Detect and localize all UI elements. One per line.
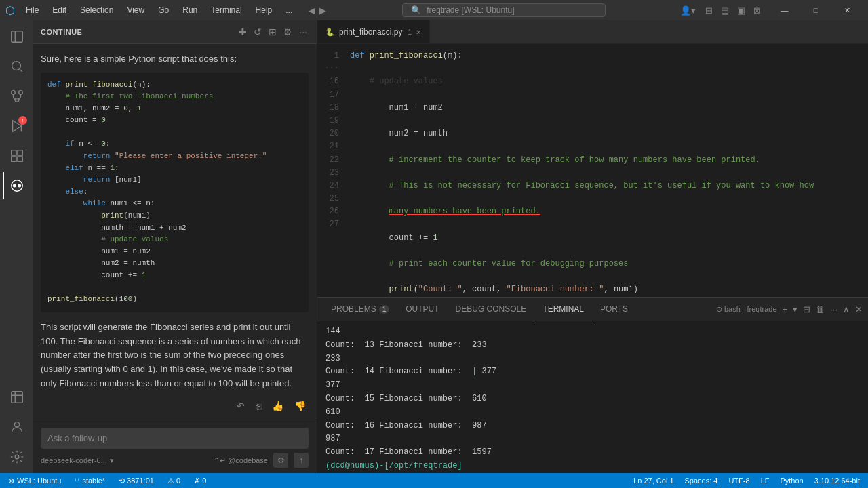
status-spaces[interactable]: Spaces: 4 — [682, 476, 721, 485]
sidebar-item-remote[interactable] — [3, 384, 30, 411]
svg-point-1 — [12, 62, 21, 70]
menu-view[interactable]: View — [121, 4, 150, 16]
nav-back[interactable]: ◀ — [309, 5, 315, 16]
tab-print-fibonacci[interactable]: 🐍 print_fibonacci.py 1 ✕ — [317, 20, 430, 43]
encoding-label: UTF-8 — [728, 476, 749, 485]
menu-file[interactable]: File — [20, 4, 44, 16]
sidebar-item-account[interactable] — [3, 413, 30, 441]
status-warnings[interactable]: ⚠ 0 — [165, 473, 183, 488]
terminal-trash-button[interactable]: 🗑 — [816, 304, 825, 314]
term-output-7: 610 — [326, 406, 860, 420]
search-box[interactable]: 🔍 freqtrade [WSL: Ubuntu] — [402, 3, 606, 17]
warning-label: ⚠ 0 — [167, 476, 180, 485]
app-icon: ⬡ — [5, 4, 15, 17]
menu-run[interactable]: Run — [177, 4, 203, 16]
sidebar-item-copilot[interactable] — [3, 172, 30, 199]
layout2-btn[interactable]: ⊠ — [751, 5, 764, 16]
chat-input[interactable]: Ask a follow-up — [41, 428, 309, 449]
panel-btn[interactable]: ▤ — [718, 5, 732, 16]
remote-icon: ⊗ — [8, 476, 14, 485]
tab-debug-console[interactable]: DEBUG CONSOLE — [448, 298, 535, 321]
status-eol[interactable]: LF — [758, 476, 772, 485]
svg-point-3 — [19, 91, 23, 95]
status-remote[interactable]: ⊗ WSL: Ubuntu — [5, 473, 64, 488]
more-button[interactable]: ··· — [298, 25, 309, 39]
terminal-collapse-button[interactable]: ∧ — [843, 304, 850, 314]
debug-badge: ! — [18, 116, 27, 125]
menu-go[interactable]: Go — [153, 4, 174, 16]
menu-edit[interactable]: Edit — [47, 4, 72, 16]
menu-help[interactable]: Help — [250, 4, 278, 16]
term-output-10: Count: 17 Fibonacci number: 1597 — [326, 446, 860, 460]
minimize-button[interactable]: — — [769, 0, 800, 20]
maximize-button[interactable]: □ — [800, 0, 831, 20]
svg-point-12 — [14, 184, 16, 187]
search-text: freqtrade [WSL: Ubuntu] — [427, 5, 514, 15]
svg-rect-8 — [18, 150, 22, 155]
thumbs-up-button[interactable]: 👍 — [269, 399, 286, 413]
add-chat-button[interactable]: ✚ — [237, 25, 248, 39]
status-bar: ⊗ WSL: Ubuntu ⑂ stable* ⟲ 3871:01 ⚠ 0 ✗ … — [0, 473, 868, 488]
svg-point-13 — [18, 184, 21, 187]
term-prompt-1: (dcd@humus)-[/opt/freqtrade] — [326, 460, 860, 473]
status-right: Ln 27, Col 1 Spaces: 4 UTF-8 LF Python 3… — [631, 476, 863, 485]
svg-point-15 — [15, 455, 19, 459]
close-button[interactable]: ✕ — [831, 0, 863, 20]
tab-close-button[interactable]: ✕ — [416, 28, 421, 36]
minimap — [861, 44, 868, 297]
menu-selection[interactable]: Selection — [75, 4, 119, 16]
sidebar-item-search[interactable] — [3, 53, 30, 80]
terminal-shell-icon: ⊙ bash - freqtrade — [716, 305, 777, 314]
sidebar-item-explorer[interactable] — [3, 23, 30, 50]
terminal-close-button[interactable]: ✕ — [855, 304, 863, 314]
svg-rect-10 — [18, 157, 22, 161]
tab-output[interactable]: OUTPUT — [397, 298, 447, 321]
sidebar-item-run[interactable]: ! — [3, 113, 30, 140]
copy-button[interactable]: ⎘ — [253, 399, 264, 413]
debug-console-label: DEBUG CONSOLE — [456, 304, 527, 314]
tab-ports[interactable]: PORTS — [592, 298, 636, 321]
menu-more[interactable]: ... — [280, 4, 298, 16]
terminal-add-button[interactable]: + — [783, 304, 788, 314]
terminal-dropdown-button[interactable]: ▾ — [793, 304, 797, 314]
status-errors[interactable]: ✗ 0 — [191, 473, 209, 488]
sidebar-item-settings[interactable] — [3, 443, 30, 470]
undo-button[interactable]: ↶ — [234, 399, 248, 413]
status-sync[interactable]: ⟲ 3871:01 — [116, 473, 157, 488]
sidebar-item-extensions[interactable] — [3, 142, 30, 169]
settings-gear-icon[interactable]: ⚙ — [273, 453, 288, 468]
chat-actions: ↶ ⎘ 👍 👎 — [41, 399, 309, 413]
thumbs-down-button[interactable]: 👎 — [292, 399, 309, 413]
code-editor[interactable]: 1 ··· 16 17 18 19 20 21 22 23 24 25 26 2… — [317, 44, 868, 297]
account-btn[interactable]: 👤▾ — [676, 5, 700, 16]
tab-problems[interactable]: PROBLEMS 1 — [323, 298, 397, 321]
status-position[interactable]: Ln 27, Col 1 — [631, 476, 676, 485]
problems-label: PROBLEMS — [331, 304, 376, 314]
code-content: def print_fibonacci(m): # update values … — [344, 44, 861, 297]
chat-input-right: ⌃↵ @codebase ⚙ ↑ — [214, 453, 309, 468]
at-label[interactable]: ⌃↵ @codebase — [214, 456, 268, 465]
sidebar-title: CONTINUE — [41, 28, 82, 36]
terminal-split-button[interactable]: ⊟ — [803, 304, 810, 314]
status-language[interactable]: Python — [777, 476, 806, 485]
sidebar-item-source-control[interactable] — [3, 83, 30, 110]
history-button[interactable]: ↺ — [252, 25, 263, 39]
layout-btn[interactable]: ⊟ — [703, 5, 715, 16]
menu-terminal[interactable]: Terminal — [205, 4, 247, 16]
send-button[interactable]: ↑ — [294, 453, 309, 468]
terminal-content[interactable]: 144 Count: 13 Fibonacci number: 233 233 … — [317, 321, 868, 473]
pin-button[interactable]: ⊞ — [267, 25, 278, 39]
terminal-more-button[interactable]: ··· — [830, 304, 837, 314]
terminal-panel: PROBLEMS 1 OUTPUT DEBUG CONSOLE TERMINAL… — [317, 297, 868, 473]
status-branch[interactable]: ⑂ stable* — [72, 473, 108, 488]
tab-terminal[interactable]: TERMINAL — [534, 298, 592, 321]
settings-button[interactable]: ⚙ — [282, 25, 294, 39]
main-layout: ! CONTINUE ✚ ↺ ⊞ ⚙ ··· — [0, 20, 868, 473]
nav-forward[interactable]: ▶ — [319, 5, 326, 16]
model-selector[interactable]: deepseek-coder-6... ▾ — [41, 456, 114, 465]
term-output-4: Count: 14 Fibonacci number: | 377 — [326, 365, 860, 379]
status-encoding[interactable]: UTF-8 — [726, 476, 752, 485]
sidebar-toggle[interactable]: ▣ — [734, 5, 748, 16]
sidebar-header: CONTINUE ✚ ↺ ⊞ ⚙ ··· — [33, 20, 317, 44]
status-python-version[interactable]: 3.10.12 64-bit — [812, 476, 863, 485]
